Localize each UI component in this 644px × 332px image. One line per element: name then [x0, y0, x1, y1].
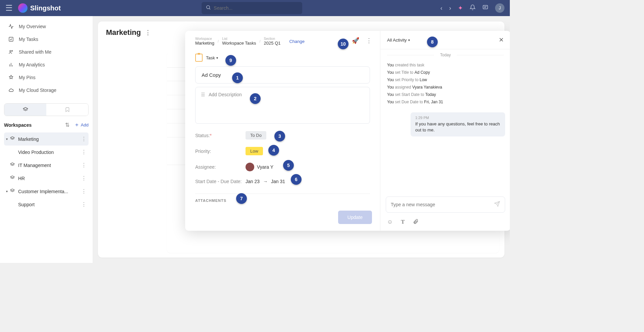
topbar-right: ‹ › ✦ J [440, 3, 504, 13]
cloud-icon [8, 87, 14, 93]
nav-cloud[interactable]: My Cloud Storage [4, 84, 89, 97]
description-placeholder: Add Description [209, 92, 242, 97]
more-icon[interactable]: ⋮ [81, 149, 87, 155]
assignee-value[interactable]: Vyara Y [246, 163, 273, 171]
bell-icon[interactable] [470, 4, 476, 12]
nav-pins[interactable]: My Pins [4, 71, 89, 84]
more-icon[interactable]: ⋮ [366, 37, 372, 44]
workspace-label: HR [18, 176, 81, 181]
task-title-input[interactable]: Ad Copy [195, 66, 370, 84]
task-type-label: Task [206, 55, 215, 60]
bc-workspace[interactable]: Marketing [195, 41, 214, 46]
sparkle-icon[interactable]: ✦ [458, 4, 463, 12]
layers-icon [10, 188, 15, 194]
workspace-it[interactable]: IT Management ⋮ [4, 159, 89, 172]
more-icon[interactable]: ⋮ [145, 29, 151, 36]
message-input[interactable] [386, 197, 505, 213]
nav-label: My Cloud Storage [19, 88, 56, 93]
date-label: Start Date - Due Date: [195, 179, 246, 184]
sort-icon[interactable]: ⇅ [65, 122, 69, 128]
activity-filter-dropdown[interactable]: All Activity▾ [387, 38, 410, 43]
svg-rect-2 [483, 5, 488, 9]
attach-icon[interactable] [413, 219, 419, 226]
user-avatar[interactable]: J [495, 3, 504, 13]
nav-shared[interactable]: Shared with Me [4, 46, 89, 58]
task-type-selector[interactable]: Task▾ [195, 54, 370, 62]
workspace-marketing[interactable]: ▾ Marketing ⋮ [4, 132, 89, 146]
svg-marker-12 [10, 136, 14, 139]
assignee-field: Assignee: Vyara Y [195, 163, 370, 171]
emoji-icon[interactable]: ☺ [387, 219, 393, 226]
more-icon[interactable]: ⋮ [81, 136, 87, 142]
workspaces-header: Workspaces ⇅ ＋Add [4, 120, 89, 132]
send-icon[interactable] [494, 201, 500, 209]
activity-line: You set Title to Ad Copy [387, 70, 504, 75]
more-icon[interactable]: ⋮ [81, 201, 87, 208]
status-value[interactable]: To Do [246, 131, 266, 140]
badge-10: 10 [338, 39, 348, 49]
workspace-customer[interactable]: ▾ Customer Implementa... ⋮ [4, 185, 89, 198]
badge-7: 7 [236, 193, 247, 204]
toggle-bookmark[interactable] [46, 104, 88, 116]
topbar: ☰ Slingshot ‹ › ✦ J [0, 0, 510, 16]
task-description-input[interactable]: ☰ Add Description [195, 87, 370, 124]
nav-label: My Analytics [19, 62, 45, 67]
logo-icon [18, 3, 28, 13]
badge-9: 9 [225, 55, 236, 66]
search-box[interactable] [202, 2, 302, 14]
activity-icon [8, 23, 14, 30]
workspace-label: Marketing [18, 136, 81, 142]
rocket-icon[interactable]: 🚀 [352, 37, 359, 44]
more-icon[interactable]: ⋮ [81, 188, 87, 195]
comment-time: 1:29 PM [415, 116, 500, 120]
bc-section[interactable]: 2025 Q1 [264, 41, 281, 46]
chat-icon[interactable] [482, 4, 488, 12]
sidebar-toggle [4, 103, 89, 116]
add-workspace-button[interactable]: ＋Add [74, 121, 89, 128]
pin-icon [8, 74, 14, 80]
message-field[interactable] [391, 202, 494, 207]
comment-bubble: 1:29 PM If you have any questions, feel … [411, 112, 505, 136]
workspace-child-video[interactable]: Video Production ⋮ [4, 146, 89, 159]
workspace-child-support[interactable]: Support ⋮ [4, 198, 89, 211]
search-input[interactable] [214, 5, 298, 11]
workspace-child-label: Support [18, 202, 81, 207]
sidebar: My Overview My Tasks Shared with Me My A… [0, 16, 93, 263]
task-details-panel: WorkspaceMarketing / ListWorkspace Tasks… [185, 31, 380, 231]
nav-my-tasks[interactable]: My Tasks [4, 33, 89, 46]
nav-label: Shared with Me [19, 49, 51, 55]
badge-6: 6 [291, 174, 302, 185]
svg-marker-14 [10, 176, 14, 178]
menu-icon[interactable]: ☰ [5, 3, 13, 13]
activity-line: You set Start Date to Today [387, 92, 504, 97]
nav-back-icon[interactable]: ‹ [440, 5, 442, 12]
nav-my-overview[interactable]: My Overview [4, 20, 89, 33]
activity-feed: You created this task You set Title to A… [380, 61, 510, 109]
text-format-icon[interactable]: T [401, 219, 405, 226]
svg-line-1 [209, 8, 210, 9]
priority-value[interactable]: Low [246, 147, 263, 155]
attachments-label: ATTACHMENTS [195, 193, 370, 203]
nav-analytics[interactable]: My Analytics [4, 58, 89, 71]
activity-line: You set Due Date to Fri, Jan 31 [387, 100, 504, 104]
svg-rect-5 [9, 37, 13, 41]
more-icon[interactable]: ⋮ [81, 175, 87, 181]
change-link[interactable]: Change [289, 39, 305, 44]
workspace-hr[interactable]: HR ⋮ [4, 172, 89, 185]
arrow-right-icon: → [263, 179, 268, 184]
more-icon[interactable]: ⋮ [81, 162, 87, 168]
bc-list[interactable]: Workspace Tasks [222, 41, 256, 46]
date-value[interactable]: Jan 23 → Jan 31 [246, 179, 285, 184]
svg-marker-15 [10, 189, 14, 191]
nav-forward-icon[interactable]: › [449, 5, 451, 12]
workspace-label: IT Management [18, 163, 81, 168]
badge-5: 5 [283, 160, 294, 171]
chevron-down-icon: ▾ [216, 56, 218, 60]
chevron-down-icon: ▾ [408, 38, 410, 42]
badge-3: 3 [274, 131, 285, 142]
close-icon[interactable]: ✕ [499, 36, 504, 44]
toggle-layers[interactable] [4, 104, 46, 116]
users-icon [8, 49, 14, 55]
chevron-down-icon: ▾ [6, 189, 10, 193]
update-button[interactable]: Update [338, 211, 372, 224]
